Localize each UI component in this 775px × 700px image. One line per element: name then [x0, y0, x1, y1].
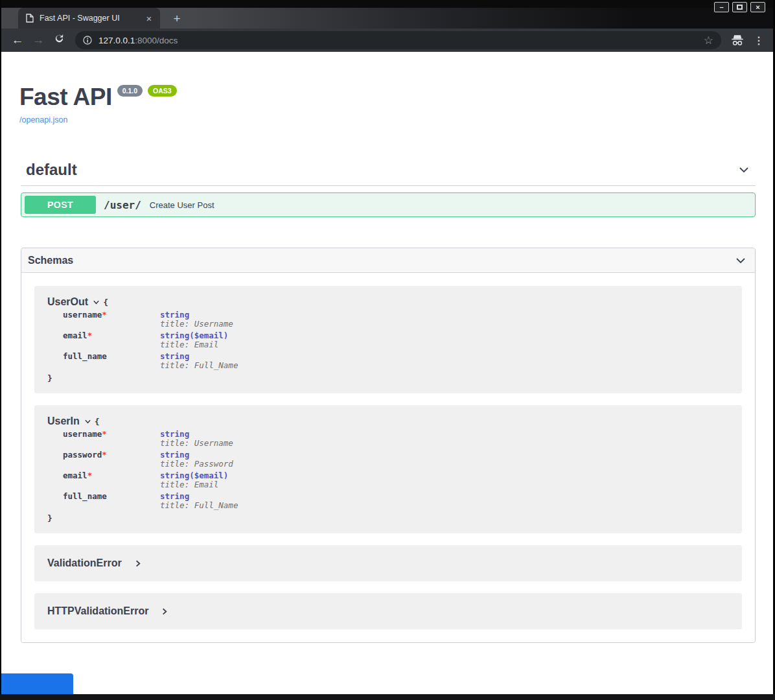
property-type: string — [160, 492, 238, 501]
page-title: Fast API — [19, 84, 112, 110]
model-httpvalidationerror[interactable]: HTTPValidationError — [34, 593, 742, 629]
chevron-right-icon[interactable] — [133, 559, 142, 568]
property-detail: string title: Username — [160, 430, 233, 448]
chevron-down-icon[interactable] — [734, 254, 747, 267]
property-row: password* string title: Password — [63, 450, 729, 469]
maximize-icon — [737, 5, 743, 10]
property-name-text: full_name — [63, 351, 107, 361]
model-userin-title: UserIn — [47, 415, 80, 427]
model-validationerror[interactable]: ValidationError — [34, 545, 742, 581]
chevron-down-icon[interactable] — [84, 417, 92, 425]
property-name-text: username — [63, 429, 102, 439]
new-tab-button[interactable]: + — [168, 10, 185, 27]
schemas-header[interactable]: Schemas — [21, 248, 755, 273]
post-method-badge: POST — [25, 196, 96, 214]
property-title: title: Full_Name — [160, 501, 238, 510]
operation-summary: Create User Post — [150, 200, 214, 210]
open-brace: { — [95, 417, 100, 426]
property-row: full_name string title: Full_Name — [63, 352, 729, 370]
property-name: email* — [63, 471, 160, 489]
tab-close-icon[interactable]: × — [143, 12, 155, 24]
required-asterisk: * — [102, 310, 107, 320]
browser-window: – × Fast API - Swagger UI × + ← → — [1, 0, 773, 694]
window-titlebar — [1, 0, 773, 8]
incognito-icon[interactable] — [730, 34, 745, 46]
property-type: string — [160, 450, 233, 460]
model-userin-header[interactable]: UserIn { — [47, 415, 729, 427]
property-row: email* string($email) title: Email — [63, 471, 729, 489]
reload-glyph-icon — [54, 33, 65, 44]
property-type: string — [160, 352, 238, 361]
url-path: :8000/docs — [135, 36, 178, 45]
property-detail: string($email) title: Email — [160, 471, 228, 489]
tab-fast-api[interactable]: Fast API - Swagger UI × — [18, 8, 160, 29]
schemas-body: UserOut { username* string ti — [21, 273, 755, 642]
window-controls: – × — [714, 2, 765, 12]
required-asterisk: * — [102, 450, 107, 460]
model-validationerror-title: ValidationError — [47, 557, 122, 569]
default-section-title: default — [26, 161, 77, 179]
property-type: string($email) — [160, 331, 228, 340]
forward-icon[interactable]: → — [30, 33, 47, 47]
url-text[interactable]: 127.0.0.1:8000/docs — [98, 36, 704, 45]
property-row: full_name string title: Full_Name — [63, 492, 729, 510]
info-icon[interactable] — [82, 35, 93, 45]
property-type: string — [160, 430, 233, 439]
required-asterisk: * — [87, 471, 93, 480]
property-name: email* — [63, 331, 160, 349]
property-title: title: Username — [160, 439, 233, 448]
property-type: string — [160, 310, 233, 320]
property-detail: string title: Password — [160, 450, 233, 469]
chevron-right-icon[interactable] — [160, 607, 168, 616]
close-brace: } — [47, 513, 729, 523]
url-host: 127.0.0.1 — [98, 36, 135, 45]
minimize-icon: – — [719, 3, 723, 12]
page-icon — [26, 14, 34, 23]
model-httpvalidationerror-title: HTTPValidationError — [47, 605, 148, 617]
browser-toolbar: ← → 127.0.0.1:8000/docs ☆ ⋮ — [1, 29, 773, 52]
property-detail: string title: Username — [160, 310, 233, 329]
chevron-down-icon[interactable] — [737, 163, 750, 176]
address-bar[interactable]: 127.0.0.1:8000/docs ☆ — [75, 31, 721, 49]
property-name: full_name — [63, 492, 160, 510]
back-icon[interactable]: ← — [9, 33, 26, 47]
chevron-down-icon[interactable] — [92, 298, 100, 306]
bookmark-star-icon[interactable]: ☆ — [704, 34, 713, 47]
window-maximize-button[interactable] — [732, 2, 747, 12]
close-icon: × — [756, 3, 759, 12]
property-detail: string title: Full_Name — [160, 492, 238, 510]
model-userout-title: UserOut — [47, 296, 88, 308]
openapi-json-link[interactable]: /openapi.json — [19, 115, 754, 124]
browser-menu-icon[interactable]: ⋮ — [754, 34, 764, 47]
property-detail: string($email) title: Email — [160, 331, 228, 349]
property-name-text: full_name — [63, 491, 107, 501]
close-brace: } — [47, 373, 729, 383]
tab-strip: Fast API - Swagger UI × + — [1, 8, 773, 29]
property-name-text: email — [63, 331, 87, 340]
page-content: Fast API0.1.0OAS3 /openapi.json default … — [1, 52, 773, 694]
model-userout: UserOut { username* string ti — [34, 286, 742, 393]
required-asterisk: * — [87, 331, 93, 340]
window-minimize-button[interactable]: – — [714, 2, 729, 12]
property-name: password* — [63, 450, 160, 469]
model-userin: UserIn { username* string tit — [34, 405, 742, 533]
property-title: title: Full_Name — [160, 361, 238, 370]
property-name-text: email — [63, 471, 87, 480]
post-user-operation[interactable]: POST /user/ Create User Post — [21, 192, 756, 217]
property-title: title: Email — [160, 480, 228, 489]
api-info: Fast API0.1.0OAS3 /openapi.json — [19, 84, 754, 124]
property-name: username* — [63, 430, 160, 448]
property-name: full_name — [63, 352, 160, 370]
property-row: username* string title: Username — [63, 430, 729, 448]
default-section-header[interactable]: default — [21, 161, 756, 186]
operation-path: /user/ — [104, 199, 141, 211]
tab-title: Fast API - Swagger UI — [40, 14, 143, 23]
property-row: email* string($email) title: Email — [63, 331, 729, 349]
model-userout-header[interactable]: UserOut { — [47, 296, 729, 308]
property-title: title: Email — [160, 340, 228, 349]
property-detail: string title: Full_Name — [160, 352, 238, 370]
reload-icon[interactable] — [51, 33, 67, 47]
property-name-text: password — [63, 450, 102, 460]
window-bottom-frame — [0, 694, 775, 700]
window-close-button[interactable]: × — [750, 2, 765, 12]
